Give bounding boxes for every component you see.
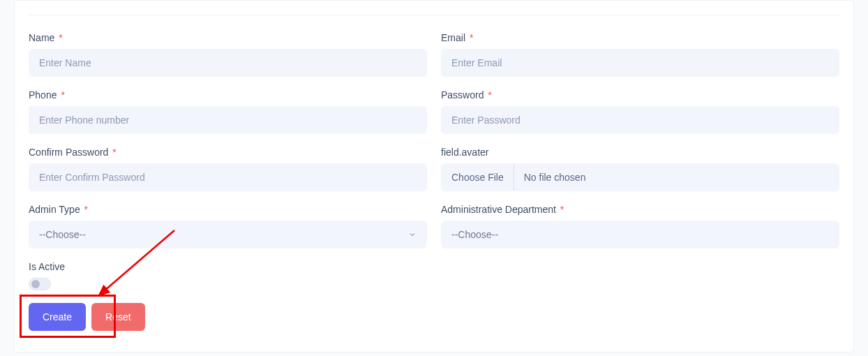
- label-text: Email: [441, 32, 465, 43]
- label-text: Is Active: [29, 261, 65, 272]
- label-text: Confirm Password: [29, 147, 108, 158]
- avatar-file-input[interactable]: Choose File No file chosen: [441, 163, 839, 191]
- label-text: Name: [29, 32, 54, 43]
- label-password: Password *: [441, 89, 839, 101]
- password-input[interactable]: [441, 106, 839, 134]
- label-avatar: field.avater: [441, 147, 839, 158]
- email-input[interactable]: [441, 49, 839, 77]
- required-marker: *: [61, 89, 64, 101]
- label-text: field.avater: [441, 147, 488, 158]
- divider: [29, 15, 839, 15]
- required-marker: *: [470, 32, 473, 43]
- toggle-knob: [31, 280, 40, 288]
- admin-type-select[interactable]: --Choose--: [29, 221, 427, 249]
- form-group-admin-type: Admin Type * --Choose--: [29, 204, 427, 249]
- department-select[interactable]: --Choose--: [441, 221, 839, 249]
- form-group-is-active: Is Active: [29, 261, 427, 290]
- phone-input[interactable]: [29, 106, 427, 134]
- name-input[interactable]: [29, 49, 427, 77]
- label-text: Admin Type: [29, 204, 80, 215]
- select-value: --Choose--: [39, 229, 86, 240]
- label-phone: Phone *: [29, 89, 427, 101]
- label-department: Administrative Department *: [441, 204, 839, 215]
- form-grid: Name * Email * Phone * Password *: [29, 32, 839, 290]
- file-status-text: No file chosen: [514, 172, 596, 183]
- button-row: Create Reset: [29, 303, 839, 331]
- is-active-toggle[interactable]: [29, 278, 51, 290]
- reset-button[interactable]: Reset: [91, 303, 145, 331]
- form-group-confirm-password: Confirm Password *: [29, 147, 427, 191]
- form-group-name: Name *: [29, 32, 427, 77]
- required-marker: *: [59, 32, 62, 43]
- label-name: Name *: [29, 32, 427, 43]
- label-admin-type: Admin Type *: [29, 204, 427, 215]
- form-group-avatar: field.avater Choose File No file chosen: [441, 147, 839, 191]
- chevron-down-icon: [408, 230, 417, 239]
- form-card: Name * Email * Phone * Password *: [14, 0, 854, 353]
- select-value: --Choose--: [451, 229, 498, 240]
- choose-file-button[interactable]: Choose File: [442, 164, 514, 191]
- create-button[interactable]: Create: [29, 303, 86, 331]
- form-group-department: Administrative Department * --Choose--: [441, 204, 839, 249]
- confirm-password-input[interactable]: [29, 163, 427, 191]
- label-text: Password: [441, 89, 484, 101]
- required-marker: *: [84, 204, 88, 215]
- label-text: Administrative Department: [441, 204, 556, 215]
- label-text: Phone: [29, 89, 57, 101]
- label-is-active: Is Active: [29, 261, 427, 272]
- form-group-email: Email *: [441, 32, 839, 77]
- required-marker: *: [488, 89, 491, 101]
- required-marker: *: [560, 204, 564, 215]
- label-confirm-password: Confirm Password *: [29, 147, 427, 158]
- form-group-password: Password *: [441, 89, 839, 134]
- form-group-phone: Phone *: [29, 89, 427, 134]
- required-marker: *: [112, 147, 116, 158]
- label-email: Email *: [441, 32, 839, 43]
